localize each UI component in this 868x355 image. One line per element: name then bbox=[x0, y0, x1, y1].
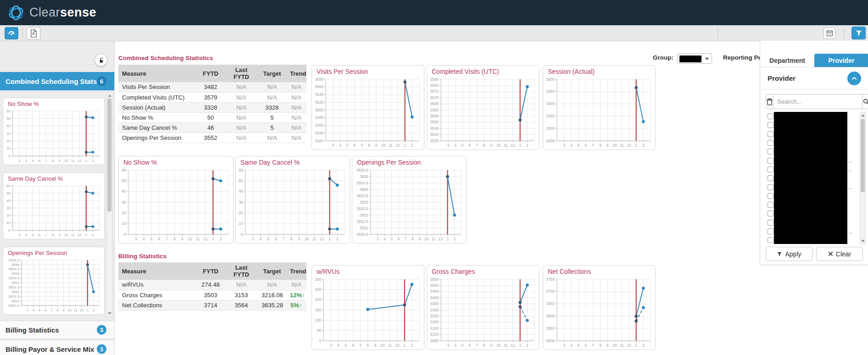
svg-text:3300: 3300 bbox=[546, 126, 555, 131]
svg-text:9: 9 bbox=[62, 308, 64, 312]
filter-panel-toggle-button[interactable] bbox=[851, 27, 866, 39]
sidebar-item-billing-statistics[interactable]: Billing Statistics 3 bbox=[0, 321, 115, 339]
scroll-up-arrow-icon[interactable] bbox=[108, 94, 111, 97]
chart-card-session-actual[interactable]: Session (Actual) 32503300335034003450350… bbox=[543, 65, 656, 150]
svg-text:7: 7 bbox=[166, 237, 168, 241]
provider-list-scrollbar[interactable] bbox=[860, 112, 866, 244]
svg-text:7: 7 bbox=[50, 308, 52, 312]
chart-card-net-collections[interactable]: Net Collections 350035503600365037003750… bbox=[543, 265, 656, 350]
svg-text:6: 6 bbox=[469, 143, 471, 148]
chart-card-same-day-cancel[interactable]: Same Day Cancel % 0102030405060345678910… bbox=[235, 156, 350, 244]
svg-text:9: 9 bbox=[490, 143, 493, 148]
provider-checkbox[interactable] bbox=[768, 166, 773, 172]
svg-text:3300: 3300 bbox=[430, 308, 439, 312]
provider-checkbox[interactable] bbox=[768, 220, 773, 226]
svg-text:1: 1 bbox=[85, 233, 87, 237]
group-select[interactable] bbox=[677, 53, 712, 64]
svg-text:3550: 3550 bbox=[430, 120, 439, 124]
scroll-down-arrow-icon[interactable] bbox=[861, 240, 865, 242]
provider-checkbox[interactable] bbox=[768, 175, 773, 181]
provider-checkbox[interactable] bbox=[768, 237, 773, 243]
chart-card-openings-per-session[interactable]: Openings Per Session 3550.535513551.5355… bbox=[352, 156, 467, 244]
mini-chart-card-same-day-cancel[interactable]: Same Day Cancel % 0102030405060345678910… bbox=[3, 172, 105, 239]
svg-text:6: 6 bbox=[45, 308, 46, 312]
clear-selection-button[interactable] bbox=[766, 94, 773, 109]
column-header-trend: Trend bbox=[286, 65, 306, 82]
provider-checkbox[interactable] bbox=[768, 158, 773, 164]
svg-text:10: 10 bbox=[6, 146, 11, 150]
billing-stats-table: MeasureFYTDLast FYTDTargetTrendw/RVUs274… bbox=[118, 262, 306, 311]
svg-text:9: 9 bbox=[418, 237, 421, 241]
apply-button[interactable]: Apply bbox=[766, 247, 812, 261]
chart-card-completed-visits[interactable]: Completed Visits (UTC) 35353540354535503… bbox=[427, 65, 540, 150]
scheduling-stats-table: MeasureFYTDLast FYTDTargetTrendVisits Pe… bbox=[118, 65, 306, 143]
provider-checkbox[interactable] bbox=[768, 122, 773, 128]
svg-text:60: 60 bbox=[6, 184, 11, 188]
caret-down-icon bbox=[705, 58, 709, 60]
svg-text:3250: 3250 bbox=[430, 314, 439, 318]
value-cell: N/A bbox=[225, 82, 258, 92]
scrollbar-thumb[interactable] bbox=[861, 119, 865, 192]
trash-icon bbox=[766, 98, 773, 105]
clear-button[interactable]: Clear bbox=[816, 247, 863, 261]
svg-text:5: 5 bbox=[150, 237, 153, 241]
chart-card-wrvus[interactable]: w/RVUs 050100150200250300345678910111212 bbox=[312, 265, 424, 350]
provider-checkbox[interactable] bbox=[768, 131, 773, 137]
provider-checkbox[interactable] bbox=[768, 202, 773, 208]
provider-checkbox[interactable] bbox=[768, 193, 773, 199]
svg-text:3: 3 bbox=[330, 343, 332, 348]
provider-checkbox[interactable] bbox=[768, 149, 773, 155]
provider-checkbox[interactable] bbox=[768, 140, 773, 146]
chart-card-gross-charges[interactable]: Gross Charges 30503100315032003250330033… bbox=[427, 265, 540, 350]
svg-text:8: 8 bbox=[483, 143, 485, 148]
collapse-section-button[interactable] bbox=[847, 72, 861, 85]
scroll-down-arrow-icon[interactable] bbox=[108, 312, 111, 315]
chart-card-no-show[interactable]: No Show % 0102030405060345678910111212 bbox=[118, 156, 234, 244]
provider-checkbox[interactable] bbox=[768, 228, 773, 234]
value-cell: 3328 bbox=[196, 102, 225, 112]
svg-text:4: 4 bbox=[143, 237, 145, 241]
svg-text:30: 30 bbox=[239, 200, 243, 205]
svg-text:3550.5: 3550.5 bbox=[356, 232, 368, 237]
svg-text:6: 6 bbox=[585, 343, 587, 348]
sidebar-item-billing-payor-service-mix[interactable]: Billing Payor & Service Mix 3 bbox=[0, 340, 115, 355]
svg-text:11: 11 bbox=[432, 237, 436, 241]
provider-checkbox[interactable] bbox=[768, 184, 773, 190]
calendar-button[interactable] bbox=[823, 28, 835, 39]
export-pdf-button[interactable] bbox=[27, 27, 40, 39]
measure-cell: w/RVUs bbox=[118, 280, 196, 290]
sidebar-lock-button[interactable] bbox=[95, 54, 107, 67]
search-button[interactable] bbox=[862, 94, 868, 109]
mini-chart-card-openings[interactable]: Openings Per Session 3550.535513551.5355… bbox=[3, 247, 105, 315]
filter-panel: Department Provider Provider bbox=[760, 41, 868, 265]
sidebar-scrollbar[interactable] bbox=[106, 92, 112, 317]
provider-checkbox[interactable] bbox=[768, 211, 773, 216]
svg-text:10: 10 bbox=[188, 237, 192, 241]
dashboard-button[interactable] bbox=[5, 27, 18, 39]
value-cell: 50 bbox=[196, 112, 225, 122]
tab-department[interactable]: Department bbox=[760, 54, 814, 67]
svg-text:9: 9 bbox=[298, 237, 300, 241]
svg-text:3150: 3150 bbox=[430, 326, 439, 331]
chart-card-visits-per-session[interactable]: Visits Per Session 342034403460348035003… bbox=[312, 65, 424, 150]
filter-funnel-icon bbox=[855, 29, 862, 37]
provider-search-input[interactable] bbox=[773, 94, 862, 109]
svg-text:40: 40 bbox=[6, 124, 11, 128]
svg-text:9: 9 bbox=[181, 237, 184, 241]
provider-checkbox[interactable] bbox=[768, 113, 773, 119]
svg-text:8: 8 bbox=[483, 343, 485, 348]
mini-chart-card-no-show[interactable]: No Show % 0102030405060345678910111212 bbox=[3, 98, 105, 165]
tab-provider[interactable]: Provider bbox=[814, 54, 868, 67]
svg-text:40: 40 bbox=[6, 199, 11, 203]
pdf-file-icon bbox=[30, 29, 37, 38]
chart-title: Completed Visits (UTC) bbox=[432, 68, 499, 75]
svg-text:3350: 3350 bbox=[430, 301, 439, 306]
svg-text:6: 6 bbox=[39, 233, 40, 237]
svg-text:3552: 3552 bbox=[360, 213, 368, 217]
svg-text:11: 11 bbox=[389, 143, 393, 148]
scrollbar-thumb[interactable] bbox=[107, 98, 111, 212]
provider-names-redaction-overlay bbox=[774, 112, 847, 244]
svg-text:1: 1 bbox=[519, 143, 521, 148]
scroll-up-arrow-icon[interactable] bbox=[861, 114, 865, 116]
sidebar-item-combined-scheduling-stats[interactable]: Combined Scheduling Stats 6 bbox=[0, 72, 115, 90]
